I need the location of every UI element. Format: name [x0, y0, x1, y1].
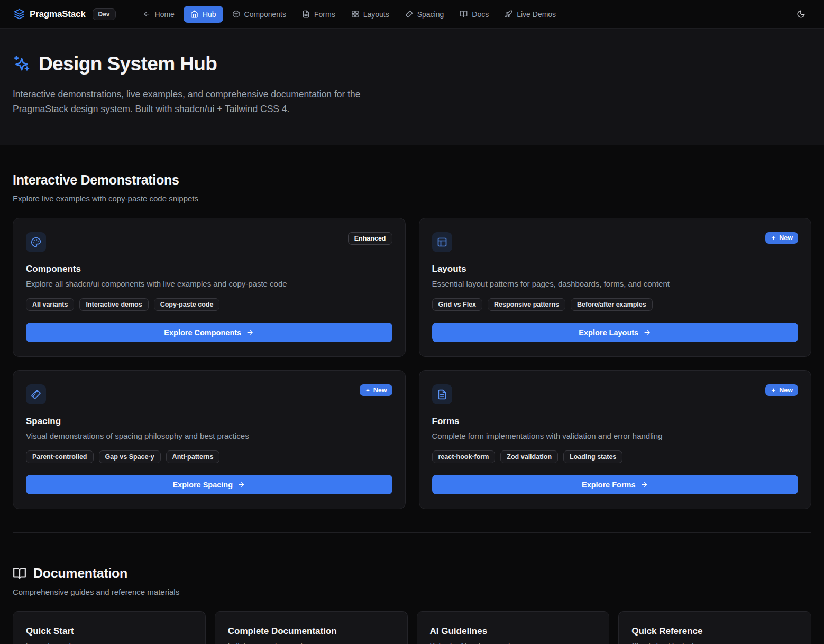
- demos-section: Interactive Demonstrations Explore live …: [13, 172, 811, 509]
- tag-list: All variants Interactive demos Copy-past…: [26, 298, 392, 311]
- explore-forms-label: Explore Forms: [582, 481, 636, 489]
- explore-forms-button[interactable]: Explore Forms: [432, 475, 799, 494]
- sparkles-icon: [13, 55, 31, 73]
- explore-layouts-button[interactable]: Explore Layouts: [432, 323, 799, 342]
- demo-card-grid: Enhanced Components Explore all shadcn/u…: [13, 218, 811, 509]
- nav-label-spacing: Spacing: [417, 10, 444, 19]
- nav-label-home: Home: [155, 10, 175, 19]
- tag: Responsive patterns: [488, 298, 565, 311]
- card-header: Enhanced: [26, 232, 392, 252]
- docs-section-subtitle: Comprehensive guides and reference mater…: [13, 587, 811, 596]
- explore-components-button[interactable]: Explore Components: [26, 323, 392, 342]
- nav-item-layouts[interactable]: Layouts: [344, 6, 396, 23]
- new-badge-label: New: [779, 234, 793, 242]
- palette-icon: [26, 232, 46, 252]
- card-title: Spacing: [26, 416, 392, 427]
- nav-item-live-demos[interactable]: Live Demos: [498, 6, 563, 23]
- book-open-icon: [13, 567, 26, 581]
- arrow-right-icon: [640, 481, 648, 489]
- demo-card-spacing: New Spacing Visual demonstrations of spa…: [13, 370, 406, 509]
- section-divider: [13, 532, 811, 533]
- card-description: Essential layout patterns for pages, das…: [432, 279, 799, 288]
- card-description: Complete form implementations with valid…: [432, 431, 799, 440]
- tag: Parent-controlled: [26, 450, 94, 463]
- nav-label-docs: Docs: [472, 10, 489, 19]
- main-content: Interactive Demonstrations Explore live …: [0, 172, 824, 644]
- card-title: Components: [26, 264, 392, 274]
- nav-item-forms[interactable]: Forms: [295, 6, 342, 23]
- explore-components-label: Explore Components: [164, 328, 241, 337]
- layout-grid-icon: [351, 10, 359, 18]
- tag: Anti-patterns: [166, 450, 220, 463]
- layers-logo-icon: [14, 8, 25, 20]
- documentation-section: Documentation Comprehensive guides and r…: [13, 566, 811, 644]
- sparkle-icon: [771, 388, 776, 393]
- doc-card-complete-documentation[interactable]: Complete Documentation Full design syste…: [215, 611, 408, 644]
- tag: Grid vs Flex: [432, 298, 483, 311]
- theme-toggle-button[interactable]: [791, 5, 810, 24]
- doc-card-quick-start[interactable]: Quick Start 5-minute crash course: [13, 611, 206, 644]
- rocket-icon: [505, 10, 512, 18]
- explore-spacing-button[interactable]: Explore Spacing: [26, 475, 392, 494]
- sparkle-icon: [365, 388, 371, 393]
- explore-spacing-label: Explore Spacing: [172, 481, 233, 489]
- doc-card-title: Quick Start: [26, 626, 193, 637]
- navbar-left: PragmaStack Dev Home Hub Components: [14, 6, 563, 23]
- tag-list: Grid vs Flex Responsive patterns Before/…: [432, 298, 799, 311]
- tag: react-hook-form: [432, 450, 496, 463]
- doc-card-description: Full design system guide: [228, 641, 395, 644]
- new-badge: New: [360, 384, 392, 396]
- demo-card-forms: New Forms Complete form implementations …: [419, 370, 812, 509]
- arrow-right-icon: [643, 328, 651, 336]
- explore-layouts-label: Explore Layouts: [579, 328, 638, 337]
- new-badge-label: New: [779, 387, 793, 394]
- nav-label-hub: Hub: [203, 10, 216, 19]
- file-text-icon: [302, 10, 310, 18]
- file-text-icon: [432, 384, 452, 404]
- tag-list: react-hook-form Zod validation Loading s…: [432, 450, 799, 463]
- doc-card-grid: Quick Start 5-minute crash course Comple…: [13, 611, 811, 644]
- hero-title-row: Design System Hub: [13, 53, 811, 75]
- doc-card-ai-guidelines[interactable]: AI Guidelines Rules for AI code generati…: [417, 611, 610, 644]
- ruler-icon: [405, 10, 413, 18]
- docs-title-row: Documentation: [13, 566, 811, 581]
- doc-card-quick-reference[interactable]: Quick Reference Cheat sheet for lookups: [618, 611, 811, 644]
- tag: Interactive demos: [79, 298, 148, 311]
- nav-label-forms: Forms: [314, 10, 335, 19]
- tag: Copy-paste code: [154, 298, 220, 311]
- doc-card-description: Rules for AI code generation: [430, 641, 597, 644]
- nav-item-components[interactable]: Components: [225, 6, 293, 23]
- tag: Before/after examples: [571, 298, 653, 311]
- tag: Gap vs Space-y: [99, 450, 161, 463]
- card-header: New: [432, 232, 799, 252]
- card-title: Forms: [432, 416, 799, 427]
- nav-label-components: Components: [244, 10, 286, 19]
- env-badge: Dev: [93, 8, 116, 20]
- sparkle-icon: [771, 235, 776, 241]
- demo-card-layouts: New Layouts Essential layout patterns fo…: [419, 218, 812, 357]
- nav-item-hub[interactable]: Hub: [184, 6, 223, 23]
- card-description: Visual demonstrations of spacing philoso…: [26, 431, 392, 440]
- card-title: Layouts: [432, 264, 799, 274]
- doc-card-title: Complete Documentation: [228, 626, 395, 637]
- enhanced-badge: Enhanced: [348, 232, 392, 245]
- doc-card-title: AI Guidelines: [430, 626, 597, 637]
- nav-label-layouts: Layouts: [363, 10, 389, 19]
- nav-item-docs[interactable]: Docs: [453, 6, 496, 23]
- nav-item-spacing[interactable]: Spacing: [398, 6, 451, 23]
- nav-item-home[interactable]: Home: [136, 6, 181, 23]
- layout-panel-icon: [432, 232, 452, 252]
- arrow-right-icon: [237, 481, 245, 489]
- arrow-left-icon: [143, 10, 151, 18]
- new-badge: New: [765, 232, 798, 244]
- box-icon: [232, 10, 240, 18]
- new-badge-label: New: [373, 387, 387, 394]
- arrow-right-icon: [246, 328, 254, 336]
- brand-link[interactable]: PragmaStack Dev: [14, 8, 116, 20]
- home-icon: [190, 10, 198, 18]
- book-open-icon: [460, 10, 468, 18]
- page-title: Design System Hub: [39, 53, 217, 75]
- tag: Loading states: [563, 450, 622, 463]
- main-nav: Home Hub Components Forms: [136, 6, 563, 23]
- demo-card-components: Enhanced Components Explore all shadcn/u…: [13, 218, 406, 357]
